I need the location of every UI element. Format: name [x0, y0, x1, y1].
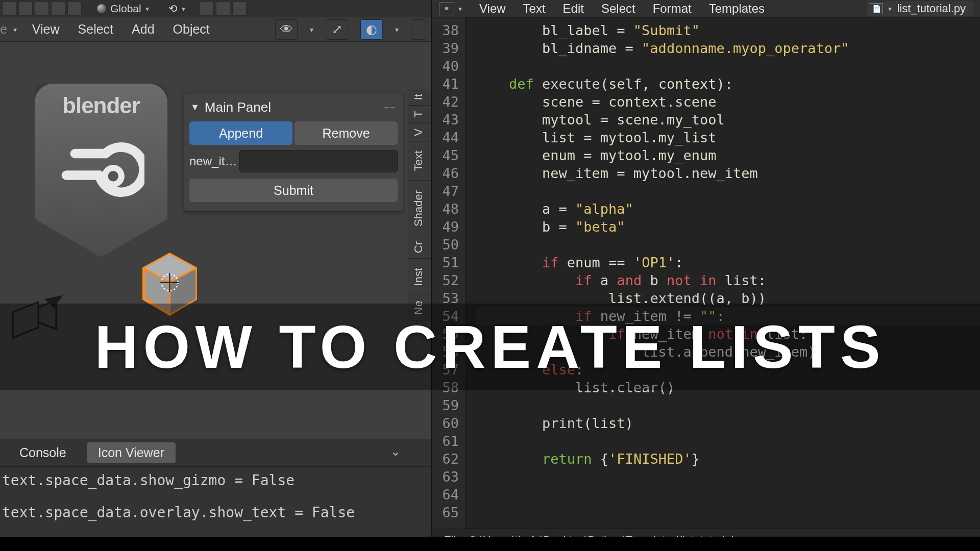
menu-view[interactable]: View — [29, 20, 63, 39]
remove-button-label: Remove — [322, 126, 370, 141]
chevron-down-icon: ▾ — [458, 5, 462, 13]
text-editor-pane: ≡ ▾ View Text Edit Select Format Templat… — [432, 0, 980, 551]
open-file-dropdown[interactable]: 📄 ▾ list_tutorial.py — [867, 1, 973, 16]
viewport-menubar: de ▾ View Select Add Object 👁 ▾ ⤢ ◐ ▾ — [0, 17, 431, 42]
select-mode-icon[interactable] — [51, 2, 65, 16]
code-line[interactable]: print(list) — [476, 414, 980, 432]
code-line[interactable]: list.append(new_item) — [476, 343, 980, 361]
chevron-down-icon[interactable]: ⌄ — [390, 444, 401, 459]
select-mode-icon[interactable] — [35, 2, 49, 16]
console-panel: Console Icon Viewer ⌄ text.space_data.sh… — [0, 439, 431, 551]
console-line: text.space_data.show_gizmo = False — [2, 472, 429, 489]
code-line[interactable] — [476, 396, 980, 414]
tab-item[interactable]: It — [408, 89, 431, 106]
code-line[interactable]: return {'FINISHED'} — [476, 450, 980, 468]
code-line[interactable]: bl_label = "Submit" — [476, 21, 980, 39]
chevron-down-icon: ▾ — [13, 26, 17, 34]
default-cube[interactable] — [140, 251, 199, 317]
camera-object[interactable] — [10, 299, 66, 345]
menu-text[interactable]: Text — [523, 2, 546, 16]
pivot-dropdown[interactable]: ⟲ ▾ — [165, 1, 188, 16]
tab-inst[interactable]: Inst — [408, 259, 431, 295]
snap-icon[interactable] — [200, 2, 214, 16]
code-line[interactable]: new_item = mytool.new_item — [476, 164, 980, 182]
n-panel-tabs: It T V Text Shader Cr Inst Ne — [408, 89, 431, 321]
menu-view[interactable]: View — [479, 2, 506, 16]
code-line[interactable] — [476, 182, 980, 200]
snap-option-icon[interactable] — [216, 2, 230, 16]
gizmo-visibility-icon[interactable]: 👁 — [275, 19, 298, 40]
editor-type-icon[interactable]: ≡ — [439, 2, 454, 15]
tab-cr[interactable]: Cr — [408, 236, 431, 259]
menu-select[interactable]: Select — [601, 2, 635, 16]
menu-format[interactable]: Format — [653, 2, 692, 16]
code-body[interactable]: bl_label = "Submit" bl_idname = "addonna… — [465, 17, 980, 529]
submit-button[interactable]: Submit — [189, 179, 398, 202]
menu-templates[interactable]: Templates — [709, 2, 765, 16]
select-mode-icon[interactable] — [2, 2, 16, 16]
panel-grip-icon[interactable]: ┅┅ — [384, 104, 397, 112]
line-number-gutter: 3839404142434445464748495051525354555657… — [432, 17, 465, 529]
code-line[interactable]: if enum == 'OP1': — [476, 254, 980, 271]
select-mode-icon[interactable] — [67, 2, 82, 16]
code-line[interactable] — [476, 432, 980, 450]
tab-tool[interactable]: T — [408, 106, 431, 123]
mode-dropdown[interactable]: de — [0, 20, 10, 39]
panel-title: Main Panel — [205, 99, 271, 115]
code-line[interactable]: enum = mytool.my_enum — [476, 146, 980, 164]
code-line[interactable]: a = "alpha" — [476, 200, 980, 218]
code-line[interactable]: def execute(self, context): — [476, 75, 980, 93]
new-item-input[interactable] — [239, 150, 398, 172]
code-line[interactable]: list.clear() — [476, 379, 980, 396]
blender-logo-icon — [58, 128, 144, 214]
code-line[interactable]: else: — [476, 361, 980, 379]
console-tab[interactable]: Console — [8, 442, 78, 463]
code-line[interactable] — [476, 57, 980, 75]
menu-select[interactable]: Select — [75, 20, 116, 39]
orientation-dropdown[interactable]: Global ▾ — [93, 1, 154, 16]
code-line[interactable] — [476, 468, 980, 486]
menu-add[interactable]: Add — [129, 20, 157, 39]
code-line[interactable] — [476, 504, 980, 521]
remove-button[interactable]: Remove — [295, 121, 398, 145]
menu-object[interactable]: Object — [170, 20, 213, 39]
select-mode-icon[interactable] — [18, 2, 33, 16]
chevron-down-icon: ▾ — [888, 5, 892, 13]
code-line[interactable]: b = "beta" — [476, 218, 980, 236]
blender-logo-badge: blender — [35, 84, 167, 257]
blender-wordmark: blender — [62, 93, 140, 118]
svg-marker-22 — [46, 296, 61, 307]
code-line[interactable]: if a and b not in list: — [476, 271, 980, 289]
main-panel: ▼ Main Panel ┅┅ Append Remove new_it… — [184, 93, 403, 212]
tab-ne[interactable]: Ne — [408, 295, 431, 320]
overlay-toggle-icon[interactable]: ⤢ — [326, 19, 348, 40]
snap-option-icon[interactable] — [232, 2, 247, 16]
3d-viewport[interactable]: blender ▼ Main Panel ┅┅ — [0, 42, 431, 439]
code-line[interactable]: if new_item not in list: — [476, 325, 980, 343]
open-filename: list_tutorial.py — [897, 2, 966, 15]
append-button[interactable]: Append — [189, 121, 292, 145]
code-line[interactable]: if new_item != "": — [476, 307, 980, 325]
code-line[interactable]: list.extend((a, b)) — [476, 289, 980, 307]
menu-edit[interactable]: Edit — [563, 2, 584, 16]
icon-viewer-tab[interactable]: Icon Viewer — [87, 442, 176, 463]
xray-icon[interactable] — [411, 19, 426, 40]
tab-shader[interactable]: Shader — [408, 181, 431, 236]
chevron-down-icon: ▾ — [310, 26, 313, 34]
shading-mode-icon[interactable]: ◐ — [360, 19, 383, 40]
viewport-pane: Global ▾ ⟲ ▾ de ▾ View Select Add Object… — [0, 0, 432, 551]
code-line[interactable] — [476, 236, 980, 254]
code-line[interactable]: bl_idname = "addonname.myop_operator" — [476, 39, 980, 57]
code-line[interactable] — [476, 486, 980, 504]
code-line[interactable]: mytool = scene.my_tool — [476, 111, 980, 129]
submit-button-label: Submit — [274, 183, 313, 198]
tab-text[interactable]: Text — [408, 141, 431, 181]
code-line[interactable]: list = mytool.my_list — [476, 129, 980, 146]
text-editor-header: ≡ ▾ View Text Edit Select Format Templat… — [432, 0, 980, 17]
code-line[interactable]: scene = context.scene — [476, 93, 980, 111]
code-editor[interactable]: 3839404142434445464748495051525354555657… — [432, 17, 980, 529]
disclosure-triangle-icon[interactable]: ▼ — [190, 102, 200, 113]
svg-marker-21 — [13, 302, 38, 338]
chevron-down-icon: ▾ — [145, 5, 149, 13]
tab-view[interactable]: V — [408, 123, 431, 142]
